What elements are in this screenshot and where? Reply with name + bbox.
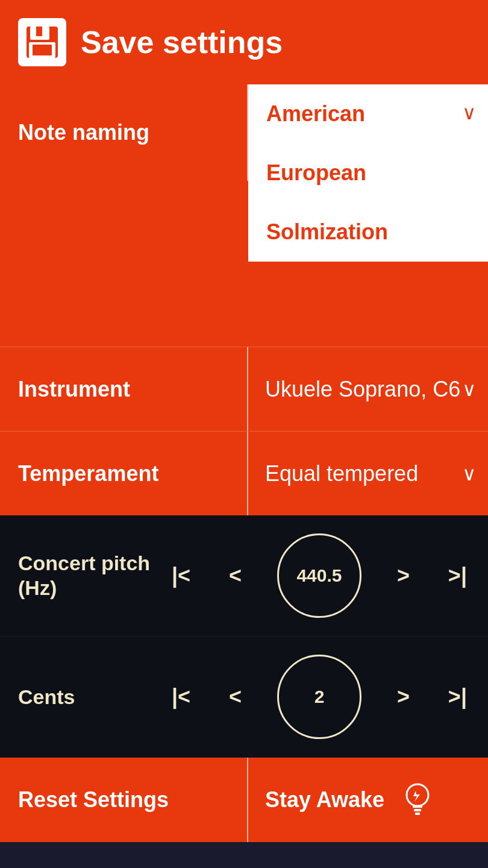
header: Save settings (0, 0, 488, 84)
cents-controls: |< < 2 > >| (169, 655, 470, 739)
concert-pitch-label: Concert pitch (Hz) (18, 551, 169, 600)
note-naming-label: Note naming (0, 120, 247, 145)
svg-rect-6 (413, 805, 422, 808)
instrument-chevron[interactable]: ∨ (462, 378, 476, 401)
temperament-label: Temperament (0, 461, 247, 486)
save-icon (18, 18, 66, 66)
temperament-text: Equal tempered (265, 461, 418, 486)
instrument-row[interactable]: Instrument Ukuele Soprano, C6 ∨ (0, 347, 488, 431)
bottom-bar: Reset Settings Stay Awake (0, 758, 488, 842)
cents-label: Cents (18, 685, 169, 709)
note-naming-option-european[interactable]: European (248, 143, 488, 203)
instrument-label: Instrument (0, 377, 247, 402)
concert-pitch-prev-btn[interactable]: < (226, 560, 245, 591)
temperament-value[interactable]: Equal tempered ∨ (247, 461, 488, 486)
stay-awake-area[interactable]: Stay Awake (247, 779, 488, 821)
instrument-text: Ukuele Soprano, C6 (265, 377, 460, 402)
concert-pitch-row: Concert pitch (Hz) |< < 440.5 > >| (0, 515, 488, 637)
reset-settings-label[interactable]: Reset Settings (0, 787, 247, 813)
cents-first-btn[interactable]: |< (169, 681, 193, 712)
svg-rect-8 (415, 813, 420, 815)
bulb-icon (396, 779, 439, 821)
temperament-row[interactable]: Temperament Equal tempered ∨ (0, 431, 488, 515)
note-naming-chevron[interactable]: ∨ (462, 101, 476, 124)
cents-next-btn[interactable]: > (394, 681, 413, 712)
cents-value: 2 (277, 655, 361, 739)
concert-pitch-first-btn[interactable]: |< (169, 560, 193, 591)
header-title: Save settings (81, 24, 283, 60)
note-naming-row[interactable]: Note naming American European Solmizatio… (0, 84, 488, 181)
note-naming-dropdown[interactable]: American European Solmization ∨ (248, 84, 488, 262)
stay-awake-label: Stay Awake (265, 787, 384, 813)
svg-rect-7 (414, 809, 421, 811)
instrument-value[interactable]: Ukuele Soprano, C6 ∨ (247, 377, 488, 402)
concert-pitch-value: 440.5 (277, 533, 361, 618)
note-naming-option-solmization[interactable]: Solmization (248, 203, 488, 262)
cents-row: Cents |< < 2 > >| (0, 637, 488, 758)
concert-pitch-controls: |< < 440.5 > >| (169, 533, 470, 618)
concert-pitch-next-btn[interactable]: > (394, 560, 413, 591)
cents-last-btn[interactable]: >| (445, 681, 470, 712)
temperament-chevron[interactable]: ∨ (462, 462, 476, 485)
cents-prev-btn[interactable]: < (226, 681, 245, 712)
svg-rect-2 (36, 27, 42, 36)
settings-section: Note naming American European Solmizatio… (0, 84, 488, 515)
dark-section: Concert pitch (Hz) |< < 440.5 > >| Cents… (0, 515, 488, 758)
note-naming-option-american[interactable]: American (248, 84, 488, 143)
svg-rect-4 (33, 45, 52, 55)
concert-pitch-last-btn[interactable]: >| (445, 560, 470, 591)
